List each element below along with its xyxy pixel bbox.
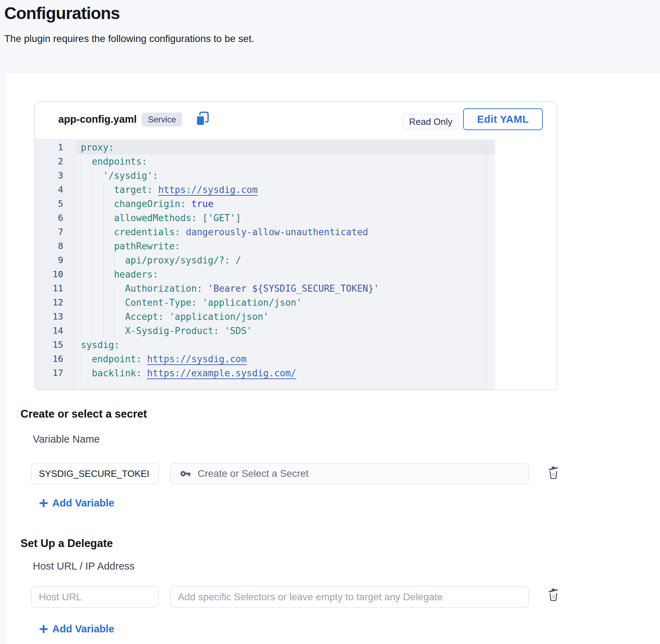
line-number: 6: [35, 211, 76, 225]
code-line-content: pathRewrite:: [76, 239, 495, 253]
yaml-card: app-config.yaml Service Read Only Edit Y…: [35, 102, 557, 390]
code-line: 9 api/proxy/sysdig/?: /: [35, 253, 495, 267]
indent-guide: [92, 310, 103, 324]
variable-name-label: Variable Name: [33, 433, 100, 445]
indent-guide: [81, 197, 92, 211]
code-line: 3 '/sysdig':: [35, 169, 495, 183]
line-number: 1: [35, 140, 76, 154]
code-line-content: endpoint: https://sysdig.com: [76, 352, 495, 366]
indent-guide: [114, 296, 125, 310]
read-only-badge: Read Only: [402, 114, 459, 129]
code-line: 5 changeOrigin: true: [35, 197, 495, 211]
indent-guide: [81, 352, 92, 366]
yaml-filename: app-config.yaml: [58, 114, 137, 125]
code-line: 7 credentials: dangerously-allow-unauthe…: [35, 225, 495, 239]
code-line: 16 endpoint: https://sysdig.com: [35, 352, 495, 366]
content-card: app-config.yaml Service Read Only Edit Y…: [5, 72, 660, 644]
page-subtitle: The plugin requires the following config…: [4, 33, 254, 44]
configurations-page: Configurations The plugin requires the f…: [0, 0, 660, 644]
indent-guide: [114, 281, 125, 296]
edit-yaml-button[interactable]: Edit YAML: [463, 108, 543, 130]
host-url-label: Host URL / IP Address: [33, 560, 135, 572]
code-line-content: X-Sysdig-Product: 'SDS': [76, 324, 495, 338]
variable-name-input[interactable]: [31, 463, 159, 484]
code-line-content: backlink: https://example.sysdig.com/: [76, 366, 495, 380]
line-number: 17: [35, 366, 76, 380]
service-badge: Service: [142, 113, 182, 127]
delete-delegate-button[interactable]: [546, 587, 561, 602]
code-line: 12 Content-Type: 'application/json': [35, 296, 495, 310]
plus-icon: [39, 624, 48, 634]
copy-yaml-button[interactable]: [194, 111, 210, 127]
indent-guide: [92, 239, 103, 253]
indent-guide: [103, 281, 114, 296]
code-line-content: '/sysdig':: [76, 169, 495, 183]
line-number: 8: [35, 239, 76, 253]
indent-guide: [81, 211, 92, 225]
indent-guide: [81, 253, 92, 267]
code-line: 10 headers:: [35, 267, 495, 281]
delete-variable-button[interactable]: [546, 465, 561, 480]
indent-guide: [81, 281, 92, 296]
host-url-input[interactable]: [31, 587, 159, 608]
indent-guide: [92, 211, 103, 225]
code-line-content: credentials: dangerously-allow-unauthent…: [76, 225, 495, 239]
code-line-content: endpoints:: [76, 154, 495, 169]
line-number: 15: [35, 338, 76, 352]
line-number: 13: [35, 310, 76, 324]
indent-guide: [81, 366, 92, 380]
editor-scrollbar[interactable]: [486, 139, 486, 390]
indent-guide: [81, 324, 92, 338]
secret-picker-field[interactable]: Create or Select a Secret: [170, 463, 529, 484]
indent-guide: [103, 324, 114, 338]
code-editor[interactable]: 1proxy:2 endpoints:3 '/sysdig':4 target:…: [35, 139, 495, 390]
line-number: 7: [35, 225, 76, 239]
code-line-content: sysdig:: [76, 338, 495, 352]
code-line-content: Accept: 'application/json': [76, 310, 495, 324]
indent-guide: [92, 324, 103, 338]
indent-guide: [103, 183, 114, 197]
line-number: 4: [35, 183, 76, 197]
indent-guide: [81, 183, 92, 197]
line-number: 16: [35, 352, 76, 366]
code-line-content: proxy:: [76, 140, 495, 154]
add-variable-link-secret[interactable]: Add Variable: [39, 497, 114, 509]
line-number: 14: [35, 324, 76, 338]
indent-guide: [103, 239, 114, 253]
line-number: 12: [35, 296, 76, 310]
code-line: 6 allowedMethods: ['GET']: [35, 211, 495, 225]
indent-guide: [114, 310, 125, 324]
indent-guide: [103, 296, 114, 310]
indent-guide: [81, 296, 92, 310]
delegate-selectors-input[interactable]: [170, 587, 529, 608]
indent-guide: [81, 169, 92, 183]
indent-guide: [92, 296, 103, 310]
indent-guide: [81, 154, 92, 169]
page-title: Configurations: [4, 4, 120, 23]
indent-guide: [114, 324, 125, 338]
secret-picker-label: Create or Select a Secret: [198, 468, 308, 479]
indent-guide: [103, 310, 114, 324]
indent-guide: [114, 253, 125, 267]
indent-guide: [81, 225, 92, 239]
code-line: 4 target: https://sysdig.com: [35, 183, 495, 197]
code-lines: 1proxy:2 endpoints:3 '/sysdig':4 target:…: [35, 140, 495, 380]
delegate-section-heading: Set Up a Delegate: [20, 537, 113, 550]
add-variable-label: Add Variable: [52, 497, 114, 509]
secret-section-heading: Create or select a secret: [20, 408, 147, 420]
line-number: 5: [35, 197, 76, 211]
indent-guide: [92, 169, 103, 183]
code-line-content: allowedMethods: ['GET']: [76, 211, 495, 225]
line-number: 10: [35, 267, 76, 281]
plus-icon: [39, 498, 48, 508]
indent-guide: [92, 197, 103, 211]
code-line: 2 endpoints:: [35, 154, 495, 169]
add-variable-link-delegate[interactable]: Add Variable: [39, 623, 114, 635]
indent-guide: [81, 239, 92, 253]
add-variable-label: Add Variable: [52, 623, 114, 635]
indent-guide: [103, 197, 114, 211]
indent-guide: [92, 253, 103, 267]
indent-guide: [92, 225, 103, 239]
code-line-content: Authorization: 'Bearer ${SYSDIG_SECURE_T…: [76, 281, 495, 296]
indent-guide: [81, 267, 92, 281]
